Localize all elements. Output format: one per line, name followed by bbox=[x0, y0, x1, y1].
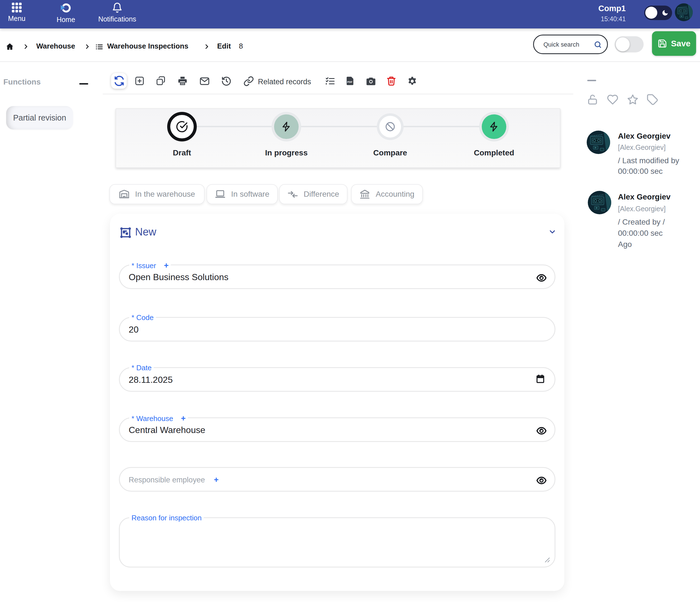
svg-text:PDF: PDF bbox=[347, 80, 353, 84]
